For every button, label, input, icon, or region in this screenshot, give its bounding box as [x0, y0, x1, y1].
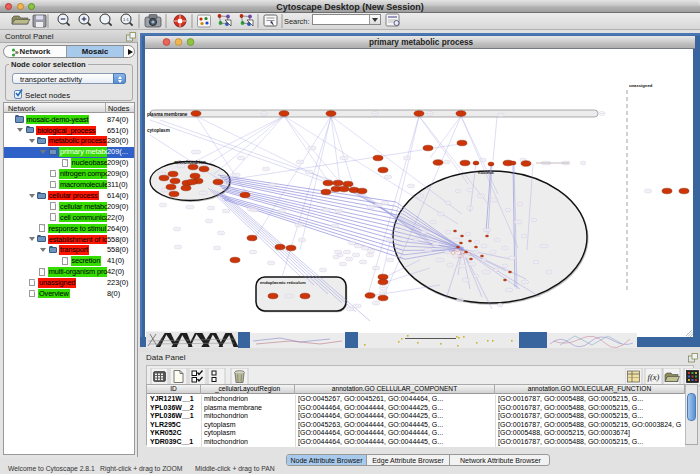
svg-text:unassigned: unassigned: [629, 83, 653, 88]
svg-text:plasma membrane: plasma membrane: [147, 112, 188, 117]
svg-text:1:1: 1:1: [123, 17, 129, 22]
svg-text:nucleus: nucleus: [478, 170, 494, 175]
svg-text:mitochondrion: mitochondrion: [174, 160, 206, 165]
svg-text:primary metabolic process: primary metabolic process: [369, 38, 474, 47]
svg-text:endoplasmic reticulum: endoplasmic reticulum: [260, 280, 306, 285]
svg-text:f(x): f(x): [648, 371, 660, 381]
svg-text:cytoplasm: cytoplasm: [147, 128, 170, 133]
